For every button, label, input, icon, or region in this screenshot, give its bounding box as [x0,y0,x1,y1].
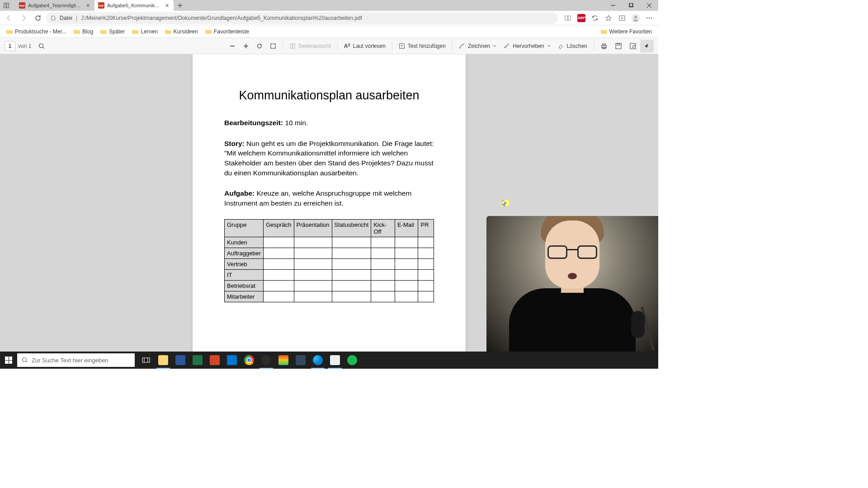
svg-rect-0 [4,3,6,8]
tab-1[interactable]: PDF Aufgabe4_Teammitglieder einsch ✕ [15,0,94,11]
chevron-down-icon [493,44,496,48]
taskbar-app-explorer[interactable] [155,352,172,369]
folder-icon [6,29,13,34]
minimize-button[interactable] [604,0,622,11]
table-row: Mitarbeiter [225,291,434,302]
story-paragraph: Story: Nun geht es um die Projektkommuni… [224,139,434,178]
bookmark-item[interactable]: Favoritenleiste [203,27,252,36]
taskbar-app-generic1[interactable] [275,352,292,369]
time-paragraph: Bearbeitungszeit: 10 min. [224,118,434,128]
svg-rect-6 [629,3,632,7]
pdf-toolbar: von 1 Seitenansicht A))Laut vorlesen TTe… [0,38,658,54]
page-number-input[interactable] [5,41,15,51]
taskbar-app-mail[interactable] [223,352,241,369]
svg-rect-16 [290,43,292,48]
svg-point-26 [23,358,27,362]
pdf-icon: PDF [19,2,25,9]
find-button[interactable] [35,40,48,52]
table-header: E-Mail [395,219,418,237]
table-header: Kick-Off [371,219,395,237]
address-field[interactable]: Datei | J:/Meine%20Kurse/Projektmanageme… [46,12,558,24]
rotate-button[interactable] [253,40,266,52]
reload-button[interactable] [32,12,44,24]
taskbar-app-spotify[interactable] [344,352,361,369]
zoom-in-button[interactable] [239,40,253,52]
highlight-button[interactable]: Hervorheben [500,40,554,52]
svg-rect-23 [616,43,621,49]
communication-table: Gruppe Gespräch Präsentation Statusberic… [224,219,434,302]
close-button[interactable] [640,0,658,11]
pin-toolbar-button[interactable] [640,40,654,52]
taskbar: Zur Suche Text hier eingeben [0,352,658,369]
file-icon [51,15,56,21]
zoom-out-button[interactable] [226,40,239,52]
add-text-button[interactable]: TText hinzufügen [395,40,449,52]
bookmarks-bar: Produktsuche - Mer... Blog Später Lernen… [0,25,658,38]
task-view-button[interactable] [137,352,155,369]
page-view-button[interactable]: Seitenansicht [286,40,335,52]
search-icon [22,357,28,363]
toolbar-right: ABP [560,12,656,24]
svg-point-13 [651,17,652,19]
abp-icon[interactable]: ABP [575,12,588,24]
favorites-icon[interactable] [602,12,615,24]
svg-point-11 [646,17,648,19]
url-path: J:/Meine%20Kurse/Projektmanagement/Dokum… [81,15,362,21]
table-header: Statusbericht [332,219,371,237]
svg-text:PDF: PDF [19,4,25,7]
taskbar-app-chrome[interactable] [241,352,258,369]
folder-icon [601,29,607,34]
save-as-button[interactable] [626,40,640,52]
taskbar-app-excel[interactable] [189,352,206,369]
maximize-button[interactable] [622,0,640,11]
new-tab-button[interactable] [174,0,186,11]
sync-icon[interactable] [589,12,601,24]
bookmark-item[interactable]: Lernen [129,27,160,36]
erase-button[interactable]: Löschen [554,40,591,52]
tab-2[interactable]: PDF Aufgabe5_Kommunikationsplan ✕ [94,0,174,11]
svg-rect-21 [603,44,605,45]
cursor-icon [502,200,507,207]
search-placeholder: Zur Suche Text hier eingeben [32,357,108,364]
print-button[interactable] [597,40,611,52]
window-controls [604,0,658,11]
bookmark-item[interactable]: Blog [71,27,96,36]
taskbar-app-edge[interactable] [309,352,326,369]
read-aloud-button[interactable]: A))Laut vorlesen [340,40,389,52]
taskbar-app-generic2[interactable] [292,352,309,369]
pdf-icon: PDF [98,2,104,9]
reading-mode-icon[interactable] [561,12,574,24]
collections-icon[interactable] [616,12,628,24]
browser-titlebar: PDF Aufgabe4_Teammitglieder einsch ✕ PDF… [0,0,658,11]
url-scheme: Datei [60,15,72,21]
table-row: Auftraggeber [225,248,434,258]
forward-button[interactable] [17,12,30,24]
close-icon[interactable]: ✕ [164,2,170,9]
draw-button[interactable]: Zeichnen [455,40,500,52]
bookmark-item[interactable]: Kursideen [162,27,201,36]
fit-button[interactable] [266,40,280,52]
taskbar-app-obs[interactable] [258,352,275,369]
taskbar-search[interactable]: Zur Suche Text hier eingeben [17,353,135,367]
tab-label: Aufgabe5_Kommunikationsplan [107,3,162,8]
save-button[interactable] [611,40,626,52]
close-icon[interactable]: ✕ [85,2,91,9]
taskbar-app-notepad[interactable] [326,352,344,369]
folder-icon [165,29,171,34]
svg-rect-1 [7,3,9,8]
table-row: Betriebsrat [225,280,434,291]
svg-point-12 [649,17,650,19]
back-button[interactable] [3,12,15,24]
profile-icon[interactable] [629,12,642,24]
start-button[interactable] [0,352,17,369]
bookmark-item[interactable]: Später [98,27,127,36]
menu-icon[interactable] [643,12,656,24]
bookmark-more[interactable]: Weitere Favoriten [598,27,655,36]
taskbar-app-word[interactable] [172,352,189,369]
taskbar-app-powerpoint[interactable] [206,352,223,369]
page-count: von 1 [18,43,31,49]
bookmark-item[interactable]: Produktsuche - Mer... [4,27,69,36]
tab-strip: PDF Aufgabe4_Teammitglieder einsch ✕ PDF… [13,0,186,11]
table-header: Präsentation [294,219,332,237]
tab-actions-icon[interactable] [0,2,13,9]
